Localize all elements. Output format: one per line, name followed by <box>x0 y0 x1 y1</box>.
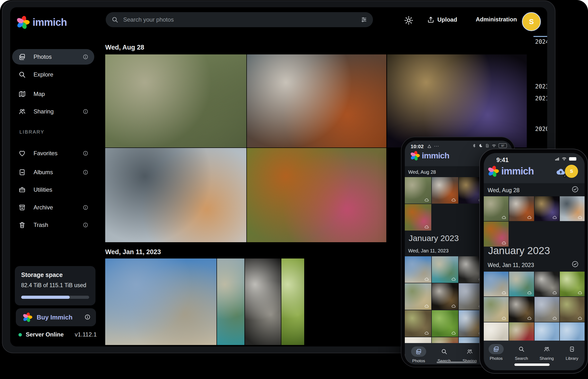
upload-label: Upload <box>437 16 457 23</box>
sidebar-item-trash[interactable]: Trash <box>12 217 94 233</box>
photo-thumbnail-autumn[interactable] <box>405 204 431 231</box>
photo-thumbnail-beach[interactable] <box>484 297 509 322</box>
photo-thumbnail-beach[interactable] <box>405 283 431 310</box>
photo-thumbnail-bust2[interactable] <box>509 297 534 322</box>
nav-tab-search[interactable]: Search <box>433 347 455 363</box>
photo-fortress[interactable] <box>105 258 217 345</box>
empty-grid-cell <box>432 204 458 231</box>
search-icon <box>518 346 524 352</box>
photo-dinner[interactable] <box>247 54 386 147</box>
sidebar-item-albums[interactable]: Albums <box>12 164 94 180</box>
photo-thumbnail-fortress[interactable] <box>484 272 509 296</box>
photo-thumbnail-coastal[interactable] <box>432 256 458 283</box>
phone1-status-left-icons: ··· <box>427 143 439 149</box>
timeline-year-2020[interactable]: 2020 <box>535 126 547 132</box>
timeline-year-2024[interactable]: 2024 <box>535 38 547 45</box>
sidebar-item-favorites[interactable]: Favorites <box>12 145 94 161</box>
sidebar-item-archive[interactable]: Archive <box>12 200 94 215</box>
filter-sliders-icon[interactable] <box>361 16 367 23</box>
sidebar-item-photos[interactable]: Photos <box>12 49 94 65</box>
app-logo[interactable]: immich <box>16 16 67 29</box>
nav-tab-photos[interactable]: Photos <box>408 347 429 363</box>
cloud-backup-icon <box>501 241 507 245</box>
select-all-icon[interactable] <box>572 260 579 269</box>
select-all-icon[interactable] <box>572 186 579 194</box>
nav-label: Photos <box>490 356 503 361</box>
nav-tab-sharing[interactable]: Sharing <box>459 347 481 363</box>
theme-toggle-button[interactable] <box>404 16 413 26</box>
cloud-backup-icon <box>501 291 507 295</box>
search-input[interactable] <box>123 16 356 23</box>
photo-thumbnail-ruins[interactable] <box>535 297 559 322</box>
storage-progress-fill <box>21 296 70 299</box>
cloud-backup-icon <box>424 304 429 308</box>
photo-thumbnail-autumn[interactable] <box>484 221 509 246</box>
nav-tab-photos[interactable]: Photos <box>485 344 507 361</box>
phone2-user-avatar[interactable]: S <box>565 165 578 178</box>
storage-space-panel: Storage space 82.4 TiB of 115.1 TiB used <box>15 266 95 305</box>
nav-tab-search[interactable]: Search <box>510 344 532 361</box>
cloud-backup-icon <box>552 291 558 295</box>
buy-immich-button[interactable]: Buy Immich <box>16 308 96 326</box>
phone1-app-logo[interactable]: immich <box>410 151 449 160</box>
info-icon[interactable] <box>83 54 88 60</box>
administration-link[interactable]: Administration <box>476 16 517 23</box>
photo-hands[interactable] <box>105 148 246 242</box>
home-indicator[interactable] <box>514 363 550 366</box>
photo-thumbnail-hands[interactable] <box>560 196 585 221</box>
photo-thumbnail-monkeys[interactable] <box>405 177 431 204</box>
nav-tab-sharing[interactable]: Sharing <box>536 344 558 361</box>
timeline-year-2023[interactable]: 2023 <box>535 83 547 90</box>
phone2-app-logo[interactable]: immich <box>488 166 534 177</box>
photo-thumbnail-lizard2[interactable] <box>432 310 458 337</box>
battery-icon <box>569 157 576 161</box>
photo-thumbnail-fireworks[interactable] <box>535 196 559 221</box>
photo-autumn[interactable] <box>247 148 386 242</box>
upload-button[interactable]: Upload <box>427 16 457 23</box>
photo-berries[interactable] <box>281 258 304 345</box>
immich-marketing-screenshot: immich Upload Administration S <box>0 0 588 379</box>
info-icon[interactable] <box>84 314 91 321</box>
search-bar[interactable] <box>106 12 373 27</box>
server-version: v1.112.1 <box>75 331 97 338</box>
trash-icon <box>18 221 26 229</box>
info-icon[interactable] <box>83 222 88 228</box>
photo-thumbnail-bust[interactable] <box>535 272 559 296</box>
photo-thumbnail-dinner[interactable] <box>509 196 534 221</box>
nav-tab-library[interactable]: Library <box>561 344 583 361</box>
backup-cloud-button[interactable]: ✓ <box>556 167 566 178</box>
people-icon <box>466 348 473 355</box>
photo-thumbnail-monkeys[interactable] <box>484 196 509 221</box>
photo-coastal[interactable] <box>217 258 244 345</box>
photo-fireworks[interactable] <box>387 54 527 147</box>
photo-thumbnail-lizard1[interactable] <box>405 310 431 337</box>
sidebar-item-utilities[interactable]: Utilities <box>12 182 94 198</box>
timeline-year-2021[interactable]: 2021 <box>535 95 547 102</box>
photo-bust[interactable] <box>245 258 281 345</box>
info-icon[interactable] <box>83 109 88 114</box>
photo-thumbnail-lizard1[interactable] <box>560 297 585 322</box>
photo-thumbnail-coastal[interactable] <box>509 272 534 296</box>
empty-grid-cell <box>535 221 559 246</box>
phone2-photo-grid-jan <box>484 272 585 347</box>
photo-thumbnail-fortress[interactable] <box>405 256 431 283</box>
sidebar-item-explore[interactable]: Explore <box>12 67 94 82</box>
archive-icon <box>18 204 26 211</box>
info-icon[interactable] <box>83 150 88 156</box>
home-indicator[interactable] <box>437 362 477 363</box>
user-avatar[interactable]: S <box>522 12 541 31</box>
sidebar-item-sharing[interactable]: Sharing <box>12 104 94 119</box>
photo-thumbnail-berries[interactable] <box>560 272 585 296</box>
photo-thumbnail-dinner[interactable] <box>432 177 458 204</box>
info-icon[interactable] <box>83 205 88 210</box>
photo-thumbnail-bust2[interactable] <box>432 283 458 310</box>
buy-immich-label: Buy Immich <box>37 314 72 321</box>
info-icon[interactable] <box>83 169 88 175</box>
sidebar-item-map[interactable]: Map <box>12 86 94 102</box>
photo-monkeys[interactable] <box>105 54 246 147</box>
timeline-scrubber[interactable]: 2024 2023 2021 2020 <box>528 32 547 168</box>
cloud-backup-icon <box>424 198 429 202</box>
phone-mockup-iphone: 9:41 immich ✓ S Wed, Aug 28 January 20 <box>479 149 588 374</box>
library-section-heading: LIBRARY <box>19 129 45 135</box>
cloud-backup-icon <box>451 304 457 308</box>
